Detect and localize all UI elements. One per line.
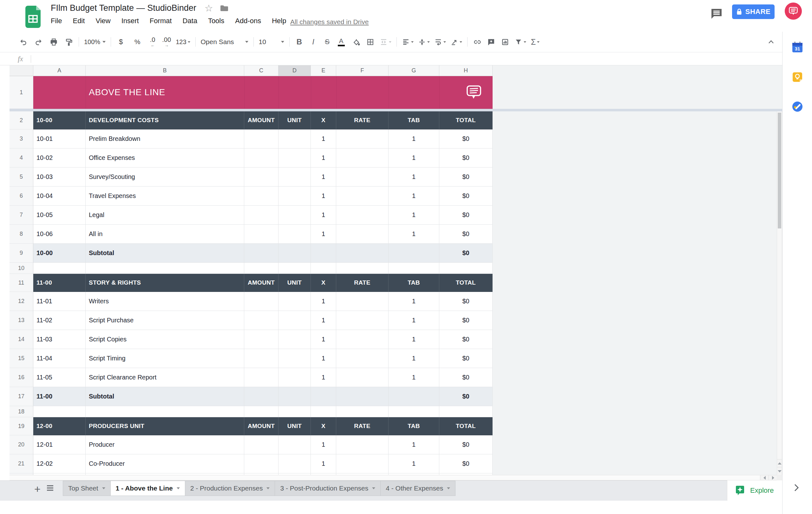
cell-B16[interactable]: Script Clearance Report [86,368,244,387]
google-calendar-icon[interactable]: 31 [792,41,803,53]
font-select[interactable]: Open Sans [201,36,249,48]
cell-E6[interactable]: 1 [311,187,336,206]
cell-C17[interactable] [244,387,279,406]
cell-C3[interactable] [244,130,279,148]
cell-D11[interactable]: UNIT [279,274,311,292]
cell-F20[interactable] [336,435,388,454]
row-number[interactable]: 19 [9,417,33,435]
cell-F21[interactable] [336,454,388,474]
column-header-c[interactable]: C [244,65,279,76]
row-number[interactable]: 12 [9,292,33,311]
cell-F17[interactable] [336,387,388,406]
cell-C20[interactable] [244,435,279,454]
menu-insert[interactable]: Insert [121,17,139,25]
strikethrough-button[interactable]: S [323,36,332,48]
cell-C13[interactable] [244,311,279,330]
cell-G3[interactable]: 1 [388,130,439,148]
insert-link-icon[interactable] [473,36,482,48]
cell-A17[interactable]: 11-00 [33,387,86,406]
cell-C11[interactable]: AMOUNT [244,274,279,292]
cell-H17[interactable]: $0 [439,387,493,406]
add-sheet-icon[interactable]: + [30,482,45,496]
cell-G4[interactable]: 1 [388,148,439,168]
cell-G10[interactable] [388,263,439,274]
merge-cells-icon[interactable] [380,36,392,48]
vertical-scrollbar[interactable] [777,111,782,475]
move-to-folder-icon[interactable] [220,5,228,12]
cell-E18[interactable] [311,406,336,417]
row-number[interactable]: 4 [9,148,33,168]
row-number[interactable]: 2 [9,111,33,130]
tab-dropdown-icon[interactable] [102,487,105,489]
account-avatar[interactable] [785,3,802,20]
google-sheets-logo-icon[interactable] [24,6,42,28]
cell-E5[interactable]: 1 [311,168,336,187]
cell-H10[interactable] [439,263,493,274]
cell-D7[interactable] [279,206,311,225]
insert-comment-icon[interactable] [487,36,496,48]
redo-icon[interactable] [34,36,43,48]
cell-B19[interactable]: PRODUCERS UNIT [86,417,244,435]
cell-G15[interactable]: 1 [388,349,439,368]
bold-button[interactable]: B [295,36,304,48]
star-icon[interactable]: ☆ [205,3,213,13]
cell-A10[interactable] [33,263,86,274]
cell-G7[interactable]: 1 [388,206,439,225]
menu-edit[interactable]: Edit [72,17,85,25]
cell-C7[interactable] [244,206,279,225]
cell-F19[interactable]: RATE [336,417,388,435]
cell-E17[interactable] [311,387,336,406]
explore-button[interactable]: Explore [727,480,782,501]
row-number[interactable]: 5 [9,168,33,187]
tab-dropdown-icon[interactable] [372,487,375,489]
print-icon[interactable] [49,36,58,48]
cell-F13[interactable] [336,311,388,330]
cell-E9[interactable] [311,244,336,263]
cell-F11[interactable]: RATE [336,274,388,292]
cell-H14[interactable]: $0 [439,330,493,349]
cell-F16[interactable] [336,368,388,387]
cell-H4[interactable]: $0 [439,148,493,168]
banner-cell[interactable]: ABOVE THE LINE [33,76,493,109]
expand-side-panel-icon[interactable] [794,484,799,492]
column-header-g[interactable]: G [388,65,439,76]
cell-B15[interactable]: Script Timing [86,349,244,368]
cell-F2[interactable]: RATE [336,111,388,130]
document-title[interactable]: FIlm Budget Template — StudioBinder [51,3,196,13]
tab-dropdown-icon[interactable] [266,487,270,489]
cell-G9[interactable] [388,244,439,263]
cell-G17[interactable] [388,387,439,406]
cell-G2[interactable]: TAB [388,111,439,130]
cell-B6[interactable]: Travel Expenses [86,187,244,206]
google-tasks-icon[interactable] [792,101,803,112]
cell-B14[interactable]: Script Copies [86,330,244,349]
menu-format[interactable]: Format [150,17,172,25]
row-number[interactable]: 21 [9,454,33,474]
cell-A3[interactable]: 10-01 [33,130,86,148]
cell-F10[interactable] [336,263,388,274]
cell-D21[interactable] [279,454,311,474]
cell-D19[interactable]: UNIT [279,417,311,435]
cell-B5[interactable]: Survey/Scouting [86,168,244,187]
cell-C9[interactable] [244,244,279,263]
cell-F3[interactable] [336,130,388,148]
row-number[interactable]: 16 [9,368,33,387]
cell-E10[interactable] [311,263,336,274]
cell-H15[interactable]: $0 [439,349,493,368]
share-button[interactable]: SHARE [732,4,775,19]
decrease-decimal-button[interactable]: .0← [148,36,157,48]
cell-G13[interactable]: 1 [388,311,439,330]
menu-file[interactable]: File [51,17,62,25]
cell-D10[interactable] [279,263,311,274]
scroll-down-icon[interactable] [777,467,782,475]
cell-C15[interactable] [244,349,279,368]
text-color-button[interactable]: A [337,36,346,48]
cell-D3[interactable] [279,130,311,148]
cell-A14[interactable]: 11-03 [33,330,86,349]
row-number[interactable]: 3 [9,130,33,148]
cell-C5[interactable] [244,168,279,187]
cell-H5[interactable]: $0 [439,168,493,187]
cell-C2[interactable]: AMOUNT [244,111,279,130]
cell-E19[interactable]: X [311,417,336,435]
cell-H13[interactable]: $0 [439,311,493,330]
